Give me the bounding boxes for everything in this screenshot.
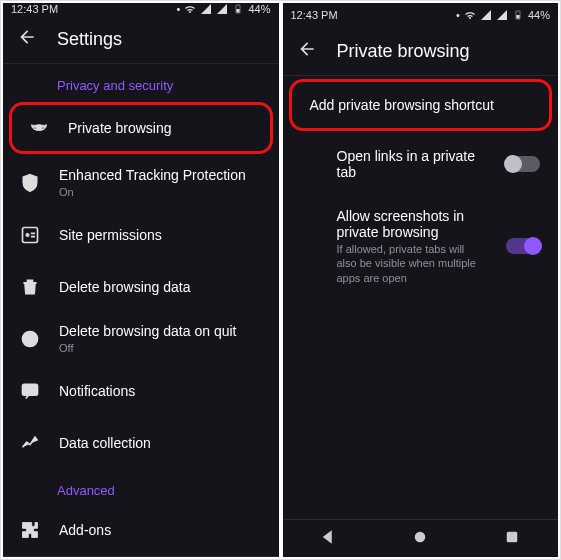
row-label: Add-ons xyxy=(59,522,263,538)
battery-icon xyxy=(232,3,244,15)
row-sub: Off xyxy=(59,341,263,355)
row-label: Site permissions xyxy=(59,227,263,243)
row-label: Open links in a private tab xyxy=(337,148,481,180)
app-header: Private browsing xyxy=(283,27,559,76)
delete-data-row[interactable]: Delete browsing data xyxy=(3,261,279,313)
row-label: Delete browsing data xyxy=(59,279,263,295)
status-time: 12:43 PM xyxy=(291,9,338,21)
permissions-icon xyxy=(19,225,41,245)
notifications-row[interactable]: Notifications xyxy=(3,365,279,417)
back-arrow-icon[interactable] xyxy=(17,27,37,51)
signal2-icon xyxy=(216,3,228,15)
chat-icon xyxy=(19,381,41,401)
row-label: Notifications xyxy=(59,383,263,399)
row-sub: On xyxy=(59,185,263,199)
signal2-icon xyxy=(496,9,508,21)
svg-rect-15 xyxy=(507,531,518,542)
addons-row[interactable]: Add-ons xyxy=(3,504,279,556)
trash-icon xyxy=(19,277,41,297)
signal-icon xyxy=(200,3,212,15)
system-nav xyxy=(283,519,559,557)
site-permissions-row[interactable]: Site permissions xyxy=(3,209,279,261)
wifi-icon xyxy=(184,3,196,15)
open-links-row[interactable]: Open links in a private tab xyxy=(283,134,559,194)
nav-home-icon[interactable] xyxy=(411,528,429,550)
data-collection-row[interactable]: Data collection xyxy=(3,417,279,469)
app-header: Settings xyxy=(3,15,279,64)
puzzle-icon xyxy=(19,520,41,540)
back-arrow-icon[interactable] xyxy=(297,39,317,63)
wifi-icon xyxy=(464,9,476,21)
row-label: Add private browsing shortcut xyxy=(310,97,524,113)
section-privacy: Privacy and security xyxy=(3,64,279,99)
page-title: Private browsing xyxy=(337,41,470,62)
system-nav xyxy=(3,556,279,557)
svg-rect-7 xyxy=(23,384,38,395)
shield-icon xyxy=(19,173,41,193)
screenshots-row[interactable]: Allow screenshots in private browsing If… xyxy=(283,194,559,299)
dot-icon: • xyxy=(177,3,181,15)
nav-recent-icon[interactable] xyxy=(503,528,521,550)
svg-point-5 xyxy=(26,233,29,236)
row-label: Allow screenshots in private browsing xyxy=(337,208,481,240)
status-bar: 12:43 PM • 44% xyxy=(283,3,559,27)
close-circle-icon xyxy=(19,329,41,349)
row-label: Data collection xyxy=(59,435,263,451)
svg-rect-13 xyxy=(516,15,519,19)
mask-icon xyxy=(28,118,50,138)
row-label: Enhanced Tracking Protection xyxy=(59,167,263,183)
svg-rect-3 xyxy=(237,9,240,13)
battery-pct: 44% xyxy=(248,3,270,15)
signal-icon xyxy=(480,9,492,21)
dot-icon: • xyxy=(456,9,460,21)
status-bar: 12:43 PM • 44% xyxy=(3,3,279,15)
private-browsing-row[interactable]: Private browsing xyxy=(9,102,273,154)
screenshots-toggle[interactable] xyxy=(506,238,540,254)
status-time: 12:43 PM xyxy=(11,3,58,15)
svg-point-14 xyxy=(415,531,426,542)
chart-icon xyxy=(19,433,41,453)
battery-pct: 44% xyxy=(528,9,550,21)
row-sub: If allowed, private tabs will also be vi… xyxy=(337,242,481,285)
open-links-toggle[interactable] xyxy=(506,156,540,172)
section-advanced: Advanced xyxy=(3,469,279,504)
battery-icon xyxy=(512,9,524,21)
delete-quit-row[interactable]: Delete browsing data on quit Off xyxy=(3,313,279,365)
row-label: Delete browsing data on quit xyxy=(59,323,263,339)
page-title: Settings xyxy=(57,29,122,50)
svg-rect-4 xyxy=(23,228,38,243)
nav-back-icon[interactable] xyxy=(319,528,337,550)
add-shortcut-row[interactable]: Add private browsing shortcut xyxy=(289,79,553,131)
row-label: Private browsing xyxy=(68,120,254,136)
etp-row[interactable]: Enhanced Tracking Protection On xyxy=(3,157,279,209)
